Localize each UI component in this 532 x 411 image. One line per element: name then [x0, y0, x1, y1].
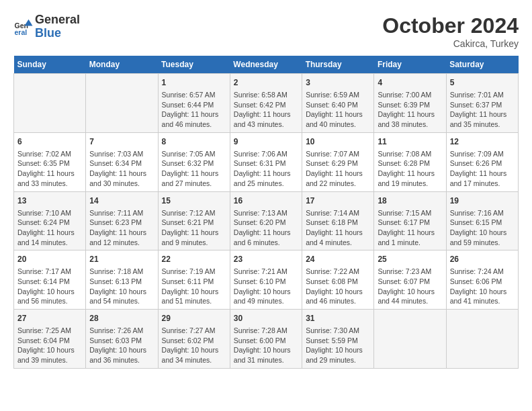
day-number: 16: [234, 195, 298, 207]
calendar-day: 16Sunrise: 7:13 AMSunset: 6:20 PMDayligh…: [230, 191, 302, 250]
calendar-day: 20Sunrise: 7:17 AMSunset: 6:14 PMDayligh…: [14, 250, 86, 310]
calendar-day: 25Sunrise: 7:23 AMSunset: 6:07 PMDayligh…: [374, 250, 446, 310]
weekday-header-saturday: Saturday: [446, 56, 518, 74]
day-number: 10: [306, 136, 370, 148]
day-detail: Sunrise: 7:23 AMSunset: 6:07 PMDaylight:…: [378, 267, 442, 306]
day-detail: Sunrise: 7:05 AMSunset: 6:32 PMDaylight:…: [162, 149, 226, 189]
day-number: 25: [378, 253, 442, 265]
logo: Gen eral General Blue: [13, 13, 80, 40]
svg-text:eral: eral: [15, 28, 28, 36]
day-detail: Sunrise: 7:14 AMSunset: 6:18 PMDaylight:…: [306, 208, 370, 248]
calendar-day: 23Sunrise: 7:21 AMSunset: 6:10 PMDayligh…: [230, 250, 302, 310]
day-number: 21: [89, 253, 154, 265]
day-detail: Sunrise: 7:17 AMSunset: 6:14 PMDaylight:…: [17, 267, 82, 306]
day-number: 18: [378, 195, 442, 207]
calendar-day: 11Sunrise: 7:08 AMSunset: 6:28 PMDayligh…: [374, 132, 446, 191]
day-detail: Sunrise: 7:28 AMSunset: 6:00 PMDaylight:…: [234, 326, 298, 365]
calendar-day: 9Sunrise: 7:06 AMSunset: 6:31 PMDaylight…: [230, 132, 302, 191]
calendar-day: 5Sunrise: 7:01 AMSunset: 6:37 PMDaylight…: [446, 74, 518, 133]
calendar-week-4: 20Sunrise: 7:17 AMSunset: 6:14 PMDayligh…: [14, 250, 519, 310]
day-detail: Sunrise: 7:26 AMSunset: 6:03 PMDaylight:…: [89, 326, 154, 365]
day-detail: Sunrise: 7:01 AMSunset: 6:37 PMDaylight:…: [450, 90, 515, 130]
calendar-day: 27Sunrise: 7:25 AMSunset: 6:04 PMDayligh…: [14, 310, 86, 369]
day-number: 29: [162, 312, 226, 324]
logo-line1: General: [35, 13, 80, 27]
day-number: 14: [89, 195, 154, 207]
calendar-day: 8Sunrise: 7:05 AMSunset: 6:32 PMDaylight…: [158, 132, 230, 191]
day-detail: Sunrise: 6:59 AMSunset: 6:40 PMDaylight:…: [306, 90, 370, 130]
day-number: 19: [450, 195, 515, 207]
calendar-day: 22Sunrise: 7:19 AMSunset: 6:11 PMDayligh…: [158, 250, 230, 310]
calendar-day: 17Sunrise: 7:14 AMSunset: 6:18 PMDayligh…: [302, 191, 374, 250]
location: Cakirca, Turkey: [382, 38, 519, 49]
day-detail: Sunrise: 6:58 AMSunset: 6:42 PMDaylight:…: [234, 90, 298, 130]
day-number: 11: [378, 136, 442, 148]
day-number: 24: [306, 253, 370, 265]
day-detail: Sunrise: 7:24 AMSunset: 6:06 PMDaylight:…: [450, 267, 515, 306]
month-title: October 2024: [382, 13, 519, 38]
calendar-day: 31Sunrise: 7:30 AMSunset: 5:59 PMDayligh…: [302, 310, 374, 369]
day-detail: Sunrise: 7:02 AMSunset: 6:35 PMDaylight:…: [17, 149, 82, 189]
calendar-day: 1Sunrise: 6:57 AMSunset: 6:44 PMDaylight…: [158, 74, 230, 133]
day-number: 5: [450, 77, 515, 89]
calendar-week-2: 6Sunrise: 7:02 AMSunset: 6:35 PMDaylight…: [14, 132, 519, 191]
day-number: 30: [234, 312, 298, 324]
day-detail: Sunrise: 7:07 AMSunset: 6:29 PMDaylight:…: [306, 149, 370, 189]
day-number: 28: [89, 312, 154, 324]
day-number: 2: [234, 77, 298, 89]
weekday-header-friday: Friday: [374, 56, 446, 74]
calendar-day: 7Sunrise: 7:03 AMSunset: 6:34 PMDaylight…: [86, 132, 158, 191]
day-detail: Sunrise: 7:13 AMSunset: 6:20 PMDaylight:…: [234, 208, 298, 248]
calendar-day: 12Sunrise: 7:09 AMSunset: 6:26 PMDayligh…: [446, 132, 518, 191]
day-number: 26: [450, 253, 515, 265]
day-detail: Sunrise: 7:18 AMSunset: 6:13 PMDaylight:…: [89, 267, 154, 306]
calendar-day: 28Sunrise: 7:26 AMSunset: 6:03 PMDayligh…: [86, 310, 158, 369]
weekday-header-sunday: Sunday: [14, 56, 86, 74]
day-number: 6: [17, 136, 82, 148]
day-detail: Sunrise: 7:03 AMSunset: 6:34 PMDaylight:…: [89, 149, 154, 189]
logo-line2: Blue: [35, 27, 80, 40]
weekday-header-thursday: Thursday: [302, 56, 374, 74]
calendar-day: 24Sunrise: 7:22 AMSunset: 6:08 PMDayligh…: [302, 250, 374, 310]
day-detail: Sunrise: 7:09 AMSunset: 6:26 PMDaylight:…: [450, 149, 515, 189]
day-number: 20: [17, 253, 82, 265]
day-number: 9: [234, 136, 298, 148]
calendar-day: 15Sunrise: 7:12 AMSunset: 6:21 PMDayligh…: [158, 191, 230, 250]
calendar-day: [14, 74, 86, 133]
day-number: 31: [306, 312, 370, 324]
weekday-header-monday: Monday: [86, 56, 158, 74]
day-detail: Sunrise: 7:15 AMSunset: 6:17 PMDaylight:…: [378, 208, 442, 248]
weekday-header-tuesday: Tuesday: [158, 56, 230, 74]
day-detail: Sunrise: 7:10 AMSunset: 6:24 PMDaylight:…: [17, 208, 82, 248]
day-detail: Sunrise: 7:16 AMSunset: 6:15 PMDaylight:…: [450, 208, 515, 248]
day-detail: Sunrise: 7:21 AMSunset: 6:10 PMDaylight:…: [234, 267, 298, 306]
calendar-day: [86, 74, 158, 133]
day-number: 7: [89, 136, 154, 148]
day-detail: Sunrise: 7:08 AMSunset: 6:28 PMDaylight:…: [378, 149, 442, 189]
calendar-day: 21Sunrise: 7:18 AMSunset: 6:13 PMDayligh…: [86, 250, 158, 310]
calendar-day: 19Sunrise: 7:16 AMSunset: 6:15 PMDayligh…: [446, 191, 518, 250]
calendar-day: 6Sunrise: 7:02 AMSunset: 6:35 PMDaylight…: [14, 132, 86, 191]
day-detail: Sunrise: 7:22 AMSunset: 6:08 PMDaylight:…: [306, 267, 370, 306]
day-number: 22: [162, 253, 226, 265]
calendar-day: 4Sunrise: 7:00 AMSunset: 6:39 PMDaylight…: [374, 74, 446, 133]
day-number: 3: [306, 77, 370, 89]
calendar-day: 3Sunrise: 6:59 AMSunset: 6:40 PMDaylight…: [302, 74, 374, 133]
logo-text: General Blue: [35, 13, 80, 40]
calendar-day: [374, 310, 446, 369]
weekday-header-row: SundayMondayTuesdayWednesdayThursdayFrid…: [14, 56, 519, 74]
day-detail: Sunrise: 7:00 AMSunset: 6:39 PMDaylight:…: [378, 90, 442, 130]
calendar-week-1: 1Sunrise: 6:57 AMSunset: 6:44 PMDaylight…: [14, 74, 519, 133]
calendar-day: 13Sunrise: 7:10 AMSunset: 6:24 PMDayligh…: [14, 191, 86, 250]
day-detail: Sunrise: 7:25 AMSunset: 6:04 PMDaylight:…: [17, 326, 82, 365]
calendar-body: 1Sunrise: 6:57 AMSunset: 6:44 PMDaylight…: [14, 74, 519, 369]
day-detail: Sunrise: 7:27 AMSunset: 6:02 PMDaylight:…: [162, 326, 226, 365]
day-number: 23: [234, 253, 298, 265]
day-detail: Sunrise: 7:06 AMSunset: 6:31 PMDaylight:…: [234, 149, 298, 189]
day-detail: Sunrise: 7:19 AMSunset: 6:11 PMDaylight:…: [162, 267, 226, 306]
logo-icon: Gen eral: [13, 17, 34, 37]
day-number: 1: [162, 77, 226, 89]
calendar-day: 10Sunrise: 7:07 AMSunset: 6:29 PMDayligh…: [302, 132, 374, 191]
calendar-day: 30Sunrise: 7:28 AMSunset: 6:00 PMDayligh…: [230, 310, 302, 369]
day-detail: Sunrise: 6:57 AMSunset: 6:44 PMDaylight:…: [162, 90, 226, 130]
